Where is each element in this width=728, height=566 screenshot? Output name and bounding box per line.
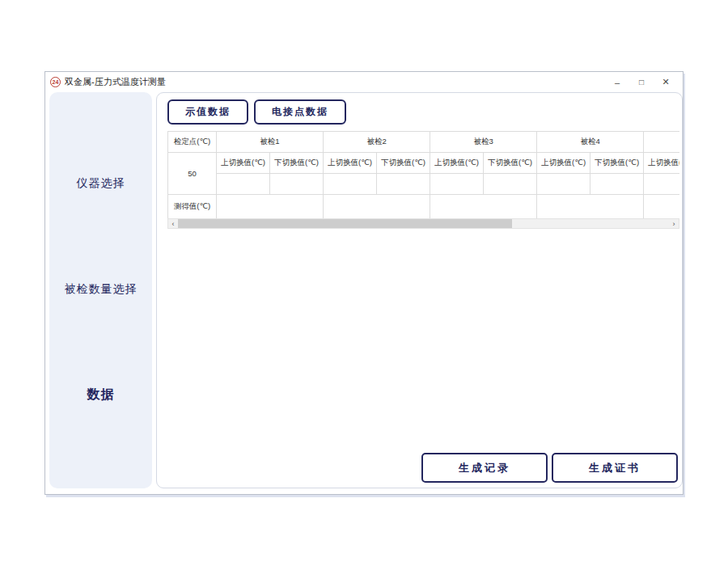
checkpoint-value-cell: 50 [168, 153, 217, 195]
main-panel: 示值数据 电接点数据 检定点(℃) 被检1 被检2 被检3 [156, 92, 683, 488]
tab-bar: 示值数据 电接点数据 [167, 99, 346, 125]
data-cell[interactable] [377, 174, 430, 195]
app-window: 24 双金属-压力式温度计测量 – □ ✕ 仪器选择 被检数量选择 数据 示值数… [44, 71, 684, 495]
table-row: 测得值(℃) [168, 195, 680, 219]
subheader-up-switch: 上切换值(℃) [644, 153, 679, 174]
data-cell[interactable] [324, 174, 377, 195]
measured-cell[interactable] [537, 195, 644, 219]
subheader-down-switch: 下切换值(℃) [270, 153, 324, 174]
subheader-down-switch: 下切换值(℃) [484, 153, 537, 174]
data-cell[interactable] [537, 174, 590, 195]
row-header-measured: 测得值(℃) [168, 195, 217, 219]
sidebar-item-quantity-select[interactable]: 被检数量选择 [49, 282, 152, 297]
window-controls: – □ ✕ [605, 74, 678, 91]
generate-record-button[interactable]: 生成记录 [421, 453, 548, 483]
data-cell[interactable] [217, 174, 270, 195]
data-table-container: 检定点(℃) 被检1 被检2 被检3 被检4 被检5 50 上切换值(℃) 下切… [167, 131, 679, 218]
maximize-icon[interactable]: □ [629, 74, 654, 91]
title-bar[interactable]: 24 双金属-压力式温度计测量 – □ ✕ [45, 72, 683, 92]
data-cell[interactable] [590, 174, 644, 195]
data-cell[interactable] [430, 174, 484, 195]
measured-cell[interactable] [644, 195, 679, 219]
scrollbar-thumb[interactable] [178, 219, 512, 228]
subheader-up-switch: 上切换值(℃) [324, 153, 377, 174]
measured-cell[interactable] [217, 195, 324, 219]
subheader-up-switch: 上切换值(℃) [537, 153, 590, 174]
data-cell[interactable] [270, 174, 324, 195]
table-row [168, 174, 680, 195]
app-icon: 24 [50, 77, 61, 87]
scroll-right-icon[interactable]: › [669, 219, 679, 228]
window-title: 双金属-压力式温度计测量 [65, 76, 605, 88]
group-header-device3: 被检3 [430, 132, 537, 153]
data-table: 检定点(℃) 被检1 被检2 被检3 被检4 被检5 50 上切换值(℃) 下切… [167, 131, 679, 218]
scroll-left-icon[interactable]: ‹ [168, 219, 178, 228]
group-header-device4: 被检4 [537, 132, 644, 153]
group-header-device1: 被检1 [217, 132, 324, 153]
sidebar-item-instrument-select[interactable]: 仪器选择 [49, 176, 152, 191]
action-buttons: 生成记录 生成证书 [421, 453, 678, 483]
scrollbar-track[interactable] [178, 219, 669, 228]
column-header-checkpoint: 检定点(℃) [168, 132, 217, 153]
subheader-down-switch: 下切换值(℃) [377, 153, 430, 174]
subheader-down-switch: 下切换值(℃) [590, 153, 644, 174]
table-row: 检定点(℃) 被检1 被检2 被检3 被检4 被检5 [168, 132, 680, 153]
horizontal-scrollbar[interactable]: ‹ › [167, 218, 679, 229]
tab-electric-contact-data[interactable]: 电接点数据 [254, 99, 346, 125]
subheader-up-switch: 上切换值(℃) [217, 153, 270, 174]
sidebar: 仪器选择 被检数量选择 数据 [49, 92, 152, 488]
measured-cell[interactable] [324, 195, 430, 219]
generate-certificate-button[interactable]: 生成证书 [552, 453, 678, 483]
data-cell[interactable] [644, 174, 679, 195]
group-header-device2: 被检2 [324, 132, 430, 153]
minimize-icon[interactable]: – [605, 74, 629, 91]
close-icon[interactable]: ✕ [654, 74, 678, 91]
data-cell-selected[interactable] [484, 174, 537, 195]
measured-cell[interactable] [430, 195, 537, 219]
tab-indication-data[interactable]: 示值数据 [167, 99, 248, 125]
subheader-up-switch: 上切换值(℃) [430, 153, 484, 174]
sidebar-item-data[interactable]: 数据 [49, 386, 152, 403]
group-header-device5: 被检5 [644, 132, 679, 153]
table-row: 50 上切换值(℃) 下切换值(℃) 上切换值(℃) 下切换值(℃) 上切换值(… [168, 153, 680, 174]
